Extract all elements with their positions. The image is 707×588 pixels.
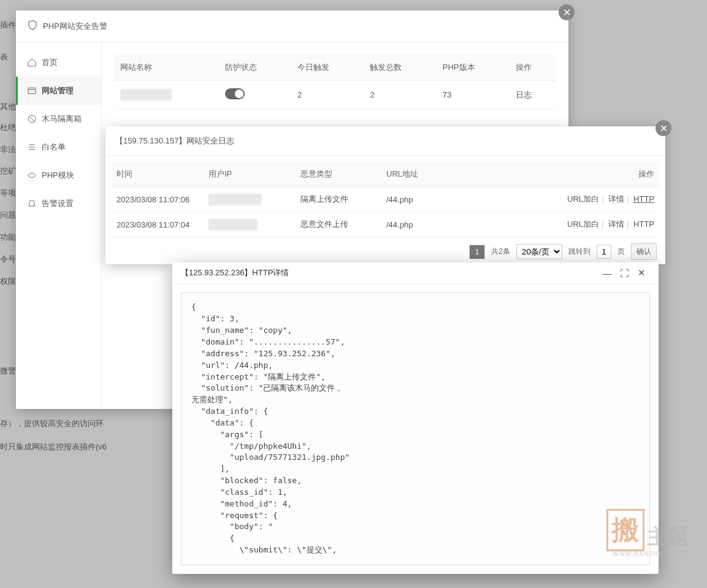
col-ops: 操作 [510,55,556,81]
separator: | [602,194,603,204]
sidebar-item-site[interactable]: 网站管理 [16,77,101,105]
php-version: 73 [437,81,510,109]
total-count: 2 [364,81,436,109]
log-link[interactable]: 日志 [516,90,532,99]
sidebar-item-home[interactable]: 首页 [16,48,101,77]
table-row: 2023/03/08 11:07:04 1.................. … [112,212,659,237]
col-url: URL地址 [381,162,465,187]
sidebar-item-quarantine[interactable]: 木马隔离箱 [16,105,101,133]
http-json-code[interactable]: { "id": 3, "fun_name": "copy", "domain":… [181,292,650,565]
watermark-logo: 搬 [606,509,644,551]
security-log-modal: ✕ 【159.75.130.157】网站安全日志 时间 用户IP 恶意类型 UR… [105,126,665,264]
minimize-icon[interactable]: — [598,264,616,281]
confirm-button[interactable]: 确认 [631,243,657,260]
sidebar-item-alert[interactable]: 告警设置 [16,189,101,218]
bell-icon [27,199,37,208]
sidebar-item-label: 告警设置 [42,198,74,209]
table-row: 159............... 2 2 73 日志 [114,81,556,109]
log-time: 2023/03/08 11:07:04 [112,212,204,237]
whitelist-link[interactable]: URL加白 [567,194,599,204]
page-current[interactable]: 1 [469,245,486,259]
ip-masked: 1.................. [208,219,258,231]
col-ops: 操作 [465,162,659,187]
site-icon [27,86,37,96]
sidebar-item-php[interactable]: PHP模块 [16,161,101,189]
home-icon [27,58,37,67]
maximize-icon[interactable]: ⛶ [616,264,633,281]
ip-masked: 1..................6 [208,194,262,205]
sidebar-item-label: 白名单 [42,142,66,153]
detail-link[interactable]: 详情 [608,220,624,229]
http-detail-modal: 【125.93.252.236】HTTP详情 — ⛶ ✕ { "id": 3, … [172,262,659,574]
log-time: 2023/03/08 11:07:06 [112,187,204,212]
col-total: 触发总数 [364,55,436,81]
quarantine-icon [27,114,37,124]
modal1-header: PHP网站安全告警 [16,10,568,42]
whitelist-link[interactable]: URL加白 [567,220,599,229]
jump-input[interactable] [597,245,611,259]
col-ip: 用户IP [204,162,296,187]
sidebar-item-label: 网站管理 [42,85,74,96]
col-today: 今日触发 [291,55,364,81]
modal3-body: { "id": 3, "fun_name": "copy", "domain":… [172,284,659,574]
shield-icon [27,20,38,32]
sidebar-item-label: 木马隔离箱 [42,113,82,124]
log-url: /44.php [381,187,465,212]
pagination: 1 共2条 20条/页 跳转到 页 确认 [112,237,659,260]
log-table: 时间 用户IP 恶意类型 URL地址 操作 2023/03/08 11:07:0… [112,162,659,237]
modal3-header: 【125.93.252.236】HTTP详情 — ⛶ ✕ [172,262,659,284]
page-unit: 页 [617,246,625,257]
col-status: 防护状态 [219,55,291,81]
page-total: 共2条 [491,246,510,257]
modal3-title: 【125.93.252.236】HTTP详情 [181,267,598,278]
php-icon [27,170,37,180]
separator: | [627,220,629,229]
modal1-title: PHP网站安全告警 [43,21,107,32]
list-icon [27,142,37,152]
col-name: 网站名称 [114,55,219,81]
detail-link[interactable]: 详情 [608,194,624,204]
sidebar-item-whitelist[interactable]: 白名单 [16,133,101,161]
http-link[interactable]: HTTP [633,194,654,204]
http-link[interactable]: HTTP [633,220,654,229]
site-table: 网站名称 防护状态 今日触发 触发总数 PHP版本 操作 159........… [114,55,556,109]
separator: | [602,220,603,229]
watermark-url: WWW.BANZHUTI.COM [613,551,689,557]
close-icon[interactable]: ✕ [559,4,575,20]
table-row: 2023/03/08 11:07:06 1..................6… [112,187,659,212]
col-time: 时间 [112,162,204,187]
svg-point-2 [28,174,36,178]
log-type: 恶意文件上传 [296,212,381,237]
close-icon[interactable]: ✕ [633,264,650,281]
col-ver: PHP版本 [437,55,510,81]
watermark-text: 主题 [647,523,689,551]
today-count: 2 [291,81,364,109]
log-url: /44.php [381,212,465,237]
modal2-header: 【159.75.130.157】网站安全日志 [105,126,665,156]
per-page-select[interactable]: 20条/页 [516,244,562,259]
status-toggle[interactable] [225,88,245,99]
svg-rect-0 [28,88,36,93]
sidebar: 首页 网站管理 木马隔离箱 白名单 PHP模块 告警设置 [16,42,102,409]
separator: | [627,194,629,204]
sidebar-item-label: PHP模块 [42,170,74,181]
close-icon[interactable]: ✕ [655,120,671,136]
watermark: 搬 主题 WWW.BANZHUTI.COM [606,509,689,551]
site-name-masked: 159............... [120,89,172,101]
col-type: 恶意类型 [296,162,381,187]
modal2-title: 【159.75.130.157】网站安全日志 [115,136,234,147]
jump-label: 跳转到 [568,246,590,257]
log-type: 隔离上传文件 [296,187,381,212]
sidebar-item-label: 首页 [42,57,58,68]
